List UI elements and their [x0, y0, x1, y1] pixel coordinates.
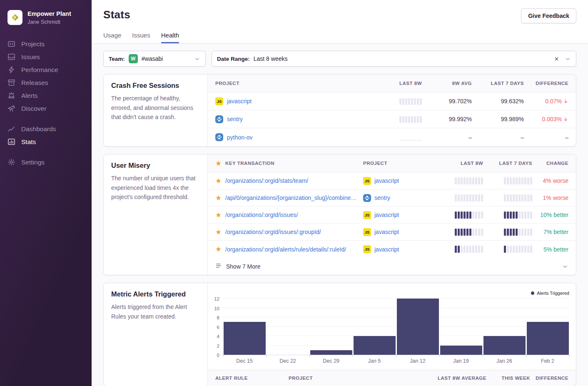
chart-bar [310, 350, 352, 355]
panel-title: Metric Alerts Triggered [111, 290, 200, 298]
sidebar-item-settings[interactable]: Settings [0, 156, 92, 169]
change-value: 1% worse [543, 194, 568, 201]
issues-icon [7, 53, 15, 61]
column-last-8w: LAST 8W [399, 81, 422, 86]
y-tick-label: 10 [214, 306, 219, 311]
change-value: 5% better [543, 246, 568, 253]
team-value: #wasabi [142, 55, 163, 62]
x-tick-label: Jan 12 [396, 358, 439, 364]
sidebar-item-releases[interactable]: Releases [0, 76, 92, 89]
star-icon[interactable] [215, 178, 222, 184]
crash-free-sessions-panel: Crash Free Sessions The percentage of he… [103, 74, 576, 147]
alerts-icon [7, 92, 15, 100]
sidebar-item-label: Stats [21, 138, 36, 146]
clear-icon[interactable] [554, 56, 559, 62]
sidebar-item-label: Performance [21, 66, 58, 74]
avg-8w-value: 99.992% [449, 116, 472, 122]
chart-bar [224, 322, 266, 355]
y-tick-label: 2 [217, 344, 219, 349]
y-tick-label: 12 [214, 296, 219, 301]
project-link[interactable]: python-ov [227, 134, 252, 141]
page-content: Team: W #wasabi Date Range: Last 8 weeks [92, 44, 588, 386]
transaction-link[interactable]: /organizations/:orgId/stats/team/ [225, 177, 308, 184]
org-switcher[interactable]: Empower Plant Jane Schmidt [0, 6, 92, 27]
sidebar-item-performance[interactable]: Performance [0, 63, 92, 76]
last-7d-value: – [521, 134, 524, 141]
sidebar-item-dashboards[interactable]: Dashboards [0, 122, 92, 135]
date-range-select[interactable]: Date Range: Last 8 weeks [212, 51, 576, 67]
legend-dot-icon [531, 291, 534, 295]
column-last-8w-average: LAST 8W AVERAGE [414, 376, 486, 381]
sidebar-item-label: Alerts [21, 92, 38, 100]
chart-y-axis: 024681012 [212, 299, 223, 355]
star-icon[interactable] [215, 195, 222, 201]
sidebar-item-stats[interactable]: Stats [0, 135, 92, 148]
table-row: /api/0/organizations/{organization_slug}… [208, 189, 576, 207]
x-tick-label: Dec 29 [309, 358, 353, 364]
date-range-label: Date Range: [217, 56, 250, 62]
chart-bar [527, 322, 569, 355]
chart-legend[interactable]: Alerts Triggered [531, 291, 569, 296]
sparkline [399, 116, 422, 123]
org-name: Empower Plant [27, 10, 71, 17]
chart-bar [354, 336, 396, 355]
tab-issues[interactable]: Issues [132, 32, 150, 43]
sidebar-item-issues[interactable]: Issues [0, 50, 92, 63]
table-row: /organizations/:orgId/stats/team/JSjavas… [208, 172, 576, 189]
x-tick-label: Feb 2 [526, 358, 569, 364]
score-bar [455, 194, 483, 202]
project-link[interactable]: javascript [374, 246, 399, 253]
star-icon[interactable] [215, 246, 222, 252]
star-icon[interactable] [215, 212, 222, 218]
arrow-down-icon [563, 117, 568, 122]
sidebar-item-discover[interactable]: Discover [0, 102, 92, 115]
avg-8w-value: – [468, 134, 472, 141]
metric-alerts-panel: Metric Alerts Triggered Alerts triggered… [103, 283, 576, 386]
user-name: Jane Schmidt [27, 19, 71, 25]
column-this-week: THIS WEEK [486, 376, 530, 381]
tab-usage[interactable]: Usage [103, 32, 121, 43]
project-link[interactable]: javascript [374, 229, 399, 235]
team-select[interactable]: Team: W #wasabi [103, 51, 206, 67]
performance-icon [7, 66, 15, 74]
date-range-value: Last 8 weeks [254, 55, 288, 62]
transaction-link[interactable]: /organizations/:orgId/issues/ [225, 212, 298, 218]
column-project: PROJECT [289, 376, 414, 381]
javascript-icon: JS [363, 245, 371, 253]
transaction-link[interactable]: /organizations/:orgId/issues/:groupId/ [225, 229, 321, 235]
team-avatar: W [129, 54, 138, 63]
tab-bar: UsageIssuesHealth [103, 32, 576, 43]
stats-icon [7, 138, 15, 146]
alert-rule-table-header: ALERT RULE PROJECT LAST 8W AVERAGE THIS … [208, 370, 576, 386]
give-feedback-button[interactable]: Give Feedback [521, 8, 576, 23]
chevron-down-icon [562, 263, 568, 270]
sidebar-item-label: Dashboards [21, 125, 56, 133]
transaction-link[interactable]: /api/0/organizations/{organization_slug}… [225, 194, 356, 201]
tab-health[interactable]: Health [161, 32, 179, 43]
chart-bar [483, 336, 526, 355]
last-7d-value: 99.632% [501, 98, 524, 105]
transaction-link[interactable]: /organizations/:orgId/alerts/rules/detai… [225, 246, 346, 253]
column-change: CHANGE [546, 161, 568, 166]
chart-plot [223, 299, 569, 355]
score-bar [455, 212, 483, 219]
list-icon [215, 262, 222, 270]
sidebar-item-alerts[interactable]: Alerts [0, 89, 92, 102]
project-link[interactable]: javascript [227, 98, 252, 105]
show-more-label: Show 7 More [226, 263, 260, 270]
user-misery-panel: User Misery The number of unique users t… [103, 154, 576, 275]
score-bar [504, 229, 532, 236]
sparkline [399, 98, 422, 105]
project-link[interactable]: javascript [374, 212, 399, 218]
star-icon[interactable] [215, 229, 222, 235]
score-bar [504, 194, 532, 202]
project-link[interactable]: sentry [374, 194, 390, 201]
column-difference: DIFFERENCE [536, 81, 568, 86]
sidebar-item-label: Releases [21, 79, 48, 87]
column-project: PROJECT [215, 81, 239, 86]
star-icon [215, 160, 222, 167]
project-link[interactable]: javascript [374, 177, 399, 184]
show-more-button[interactable]: Show 7 More [208, 258, 576, 275]
sidebar-item-projects[interactable]: Projects [0, 37, 92, 50]
project-link[interactable]: sentry [227, 116, 243, 122]
